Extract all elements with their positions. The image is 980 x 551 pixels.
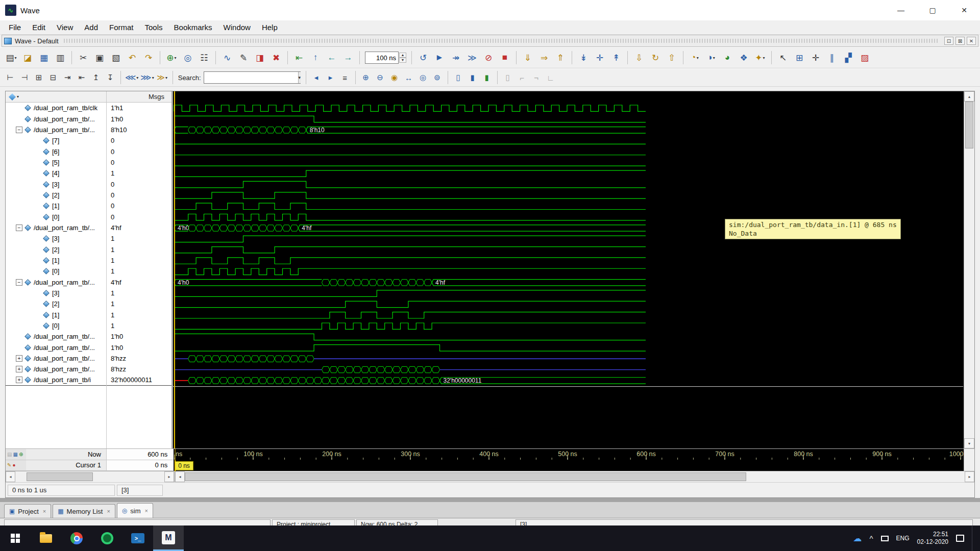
find-button[interactable]: ◎ xyxy=(180,50,195,65)
show-desktop-button[interactable] xyxy=(972,525,975,551)
signal-value-row[interactable]: 1 xyxy=(107,310,172,320)
signal-name-row[interactable]: [2] xyxy=(6,244,106,255)
menu-tools[interactable]: Tools xyxy=(139,23,168,32)
edit-mode-button[interactable]: ▞ xyxy=(841,50,856,65)
spin-down-icon[interactable]: ▼ xyxy=(399,58,406,63)
signal-name-row[interactable]: /dual_port_ram_tb/... xyxy=(6,342,106,353)
signal-value-row[interactable]: 1 xyxy=(107,233,172,244)
expanded-time-off-button[interactable]: ▯ xyxy=(452,71,465,84)
minimize-button[interactable]: — xyxy=(885,0,917,20)
add-cursor-button[interactable]: ✛ xyxy=(592,50,607,65)
signal-name-row[interactable]: /dual_port_ram_tb/... xyxy=(6,113,106,124)
wave-scroll-track[interactable] xyxy=(185,471,965,482)
signal-name-row[interactable]: [0] xyxy=(6,211,106,222)
signal-value-row[interactable]: 1 xyxy=(107,266,172,277)
select-mode-button[interactable]: ↖ xyxy=(775,50,791,65)
signal-name-row[interactable]: [1] xyxy=(6,310,106,320)
expanded-time-events-button[interactable]: ▮ xyxy=(480,71,494,84)
powershell-button[interactable]: >_ xyxy=(122,525,153,551)
menu-bookmarks[interactable]: Bookmarks xyxy=(168,23,218,32)
save-button[interactable]: ▦ xyxy=(36,50,52,65)
break-button[interactable]: ⊘ xyxy=(481,50,496,65)
tab-close-icon[interactable]: × xyxy=(145,508,148,514)
search-backward-button[interactable]: ◂ xyxy=(310,71,323,84)
zoom-in-button[interactable]: ⊕ xyxy=(359,71,373,84)
names-scroll-right-button[interactable]: ▸ xyxy=(164,471,174,482)
menu-file[interactable]: File xyxy=(3,23,27,32)
signal-value-row[interactable]: 32'h00000011 xyxy=(107,375,172,386)
signal-name-row[interactable]: /dual_port_ram_tb/clk xyxy=(6,103,106,113)
goto-time-button[interactable]: ≫▾ xyxy=(156,71,169,84)
signal-name-row[interactable]: −/dual_port_ram_tb/... xyxy=(6,277,106,288)
zoom-out-button[interactable]: ⊖ xyxy=(374,71,387,84)
outdent-button[interactable]: ⇤ xyxy=(75,71,88,84)
signal-name-row[interactable]: +/dual_port_ram_tb/... xyxy=(6,364,106,374)
prev-edge-button[interactable]: ⇩ xyxy=(631,50,647,65)
names-hscrollbar[interactable]: ◂ ▸ xyxy=(6,471,175,482)
edit-cursor-icon[interactable]: ✎ xyxy=(7,462,11,468)
vertical-scroll-thumb[interactable] xyxy=(965,102,973,148)
restart-button[interactable]: ↺ xyxy=(415,50,431,65)
spin-up-icon[interactable]: ▲ xyxy=(399,53,406,58)
names-scroll-thumb[interactable] xyxy=(27,472,93,481)
menu-format[interactable]: Format xyxy=(104,23,139,32)
signal-name-row[interactable]: −/dual_port_ram_tb/... xyxy=(6,222,106,233)
scroll-down-button[interactable]: ▾ xyxy=(964,438,974,448)
undock-pane-button[interactable]: ⊠ xyxy=(955,37,965,45)
step-over-button[interactable]: ⇒ xyxy=(536,50,552,65)
menu-edit[interactable]: Edit xyxy=(27,23,51,32)
signal-value-row[interactable]: 0 xyxy=(107,146,172,157)
file-explorer-button[interactable] xyxy=(31,525,61,551)
sync-cursor-button[interactable]: ↻ xyxy=(648,50,663,65)
zoom-cursor-button[interactable]: ◎ xyxy=(416,71,430,84)
signal-filter-dropdown-icon[interactable]: ▾ xyxy=(17,94,19,99)
signal-name-row[interactable]: +/dual_port_ram_tb/... xyxy=(6,353,106,364)
step-into-button[interactable]: ⇓ xyxy=(520,50,535,65)
list-icon[interactable]: ▤ xyxy=(7,452,12,457)
move-up-button[interactable]: ↑ xyxy=(308,50,323,65)
wave-scroll-left-button[interactable]: ◂ xyxy=(175,471,185,482)
signal-name-row[interactable]: [0] xyxy=(6,320,106,331)
signal-name-row[interactable]: −/dual_port_ram_tb/... xyxy=(6,124,106,135)
bookmarks-button[interactable]: ◕ xyxy=(720,50,735,65)
signal-value-row[interactable]: 1 xyxy=(107,244,172,255)
maximize-button[interactable]: ▢ xyxy=(917,0,948,20)
action-center-icon[interactable] xyxy=(956,535,964,542)
signal-value-row[interactable]: 0 xyxy=(107,190,172,201)
select-region-button[interactable]: ▯ xyxy=(501,71,514,84)
cursor1-row[interactable]: ✎ ● Cursor 1 0 ns xyxy=(6,460,174,471)
move-top-button[interactable]: ↥ xyxy=(89,71,103,84)
wave-prefs-button[interactable]: ✦▾ xyxy=(752,50,768,65)
wave-format-button[interactable]: ❖ xyxy=(736,50,751,65)
add-to-wave-button[interactable]: ⊕▾ xyxy=(164,50,179,65)
zoom-mode-button[interactable]: ⊞ xyxy=(792,50,807,65)
find-prev-transition-button[interactable]: ↡ xyxy=(576,50,591,65)
display-tray-icon[interactable] xyxy=(881,536,889,541)
copy-button[interactable]: ▣ xyxy=(92,50,107,65)
expander-plus-icon[interactable]: + xyxy=(16,377,22,383)
signal-name-row[interactable]: [2] xyxy=(6,298,106,309)
wave-hscrollbar[interactable]: ◂ ▸ xyxy=(175,471,974,482)
menu-view[interactable]: View xyxy=(51,23,79,32)
search-options-button[interactable]: ≡ xyxy=(338,71,352,84)
pane-drag-handle[interactable] xyxy=(64,39,940,43)
pan-mode-button[interactable]: ✛ xyxy=(808,50,823,65)
signal-name-row[interactable]: [5] xyxy=(6,157,106,168)
signal-value-row[interactable]: 0 xyxy=(107,211,172,222)
tab-close-icon[interactable]: × xyxy=(107,508,110,514)
expander-minus-icon[interactable]: − xyxy=(16,127,22,133)
signal-name-row[interactable]: [2] xyxy=(6,190,106,201)
signal-name-row[interactable]: [3] xyxy=(6,233,106,244)
signal-value-row[interactable]: 8'h10 xyxy=(107,124,172,135)
signal-name-row[interactable]: [1] xyxy=(6,201,106,211)
wave-scroll-thumb[interactable] xyxy=(185,472,746,481)
cursor-time-badge[interactable]: 0 ns xyxy=(175,461,193,470)
signal-value-row[interactable]: 1'h0 xyxy=(107,342,172,353)
signal-value-row[interactable]: 1'h1 xyxy=(107,103,172,113)
signal-filter-icon[interactable] xyxy=(9,93,16,100)
signal-value-row[interactable]: 1 xyxy=(107,298,172,309)
search-input[interactable] xyxy=(204,72,298,83)
run-all-button[interactable]: ≫ xyxy=(464,50,480,65)
export-image-button[interactable]: ▨ xyxy=(857,50,872,65)
time-cursor-line[interactable] xyxy=(174,91,175,448)
